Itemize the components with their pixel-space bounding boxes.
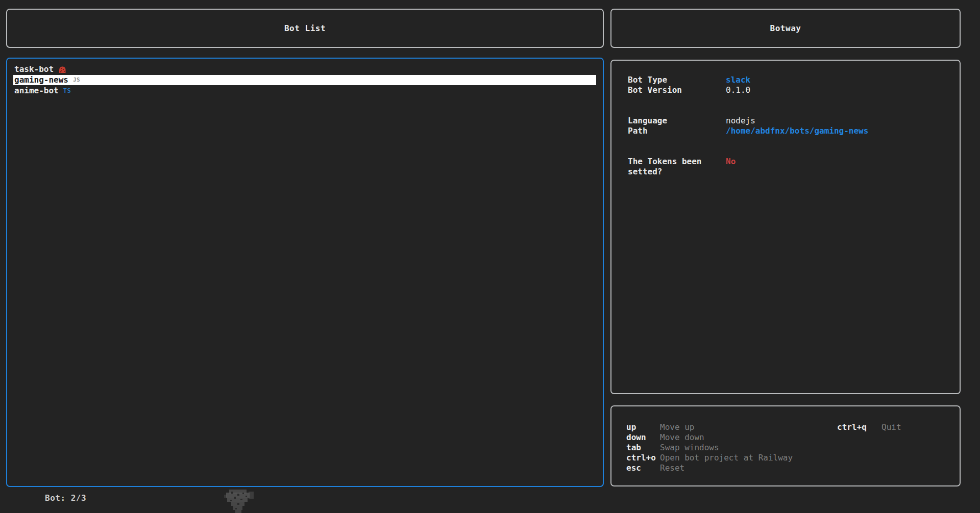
- pixel-sprite-image: [223, 489, 259, 513]
- bot-type-label: Bot Type: [628, 75, 726, 85]
- shortcut-key: ctrl+o: [626, 453, 660, 463]
- tokens-value: No: [726, 157, 736, 167]
- detail-row-bot-version: Bot Version 0.1.0: [628, 85, 949, 95]
- bot-name: gaming-news: [14, 75, 68, 85]
- detail-row-bot-type: Bot Type slack: [628, 75, 949, 85]
- shortcut-row-tab: tab Swap windows: [626, 443, 960, 453]
- bot-name: task-bot: [14, 64, 54, 74]
- shortcut-key: tab: [626, 443, 660, 453]
- bot-version-label: Bot Version: [628, 85, 726, 95]
- detail-row-tokens: The Tokens been setted? No: [628, 157, 949, 177]
- shortcut-action: Move up: [660, 422, 694, 432]
- shortcut-row-up: up Move up: [626, 422, 960, 432]
- bot-row-anime-bot[interactable]: anime-bot TS: [13, 86, 596, 96]
- shortcut-action: Reset: [660, 463, 684, 473]
- bot-type-value: slack: [726, 75, 750, 85]
- path-label: Path: [628, 126, 726, 136]
- bot-list-title: Bot List: [284, 23, 326, 33]
- botway-header-panel: Botway: [610, 9, 961, 48]
- shortcut-action: Open bot project at Railway: [660, 453, 793, 463]
- botway-title: Botway: [770, 23, 801, 33]
- bot-row-gaming-news[interactable]: gaming-news JS: [13, 75, 596, 85]
- shortcut-action: Swap windows: [660, 443, 719, 453]
- detail-spacer: [628, 136, 949, 157]
- shortcut-key: up: [626, 422, 660, 432]
- language-label: Language: [628, 116, 726, 126]
- shortcut-key: down: [626, 432, 660, 443]
- shortcut-key: ctrl+q: [837, 422, 881, 432]
- bot-detail-panel: Bot Type slack Bot Version 0.1.0 Languag…: [610, 60, 961, 394]
- shortcut-row-esc: esc Reset: [626, 463, 960, 473]
- path-value[interactable]: /home/abdfnx/bots/gaming-news: [726, 126, 868, 136]
- bot-list-header-panel: Bot List: [6, 9, 604, 48]
- bot-count-status: Bot: 2/3: [45, 493, 86, 503]
- ts-language-badge: TS: [63, 86, 71, 96]
- detail-spacer: [628, 95, 949, 116]
- shortcut-row-ctrl-q: ctrl+q Quit: [837, 422, 901, 432]
- bot-version-value: 0.1.0: [726, 85, 750, 95]
- js-language-badge: JS: [73, 75, 80, 85]
- detail-row-path: Path /home/abdfnx/bots/gaming-news: [628, 126, 949, 136]
- language-value: nodejs: [726, 116, 755, 126]
- bot-row-task-bot[interactable]: task-bot: [13, 64, 596, 74]
- shortcut-row-down: down Move down: [626, 432, 960, 443]
- red-gem-language-icon: [58, 66, 66, 73]
- bot-name: anime-bot: [14, 86, 59, 96]
- bot-list-panel: task-bot gaming-news JS anime-bot TS: [6, 58, 604, 487]
- shortcuts-panel: up Move up down Move down tab Swap windo…: [610, 405, 961, 486]
- shortcut-row-ctrl-o: ctrl+o Open bot project at Railway: [626, 453, 960, 463]
- botway-tui-screen: { "colors": { "background": "#232323", "…: [0, 0, 980, 513]
- shortcut-action: Quit: [881, 422, 901, 432]
- shortcut-action: Move down: [660, 432, 704, 443]
- shortcut-key: esc: [626, 463, 660, 473]
- detail-row-language: Language nodejs: [628, 116, 949, 126]
- tokens-label: The Tokens been setted?: [628, 157, 726, 177]
